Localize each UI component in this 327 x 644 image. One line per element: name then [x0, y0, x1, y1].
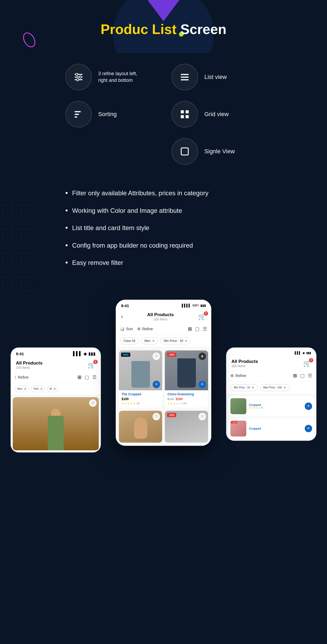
svg-rect-9 — [181, 74, 189, 75]
right-sort-filter-bar: ⚙ Refine ⊞ ▢ ☰ — [226, 370, 316, 382]
center-battery-icon: ▮▮▮ — [200, 304, 206, 307]
single-view-icon — [179, 146, 190, 157]
svg-rect-14 — [75, 116, 77, 117]
svg-rect-17 — [181, 115, 184, 118]
right-add-btn-1[interactable]: + — [305, 402, 312, 410]
bullet-3: • List title and card Item style — [65, 223, 262, 232]
center-phone-nav: ‹ All Products 100 Items 🛒 2 — [116, 310, 211, 323]
right-refine-icon: ⚙ — [230, 374, 234, 378]
shirt-shape — [131, 361, 150, 388]
left-refine-button[interactable]: 〈 Refine — [15, 375, 28, 379]
sale-badge: -20% — [167, 353, 176, 357]
center-wifi-icon: WiFi — [192, 304, 199, 307]
single-view-icon-circle[interactable] — [171, 138, 198, 165]
wishlist-btn-2[interactable]: ♥ — [199, 353, 206, 360]
product-prices-2: $130 $100 — [167, 397, 205, 401]
right-view-icons: ⊞ ▢ ☰ — [293, 373, 312, 379]
sliders-icon — [73, 72, 84, 82]
svg-rect-15 — [181, 110, 184, 113]
center-sort-filter-bar: 📊 Sort ⚙ Refine ⊞ ▢ ☰ — [116, 323, 211, 335]
center-filter-tags: Clear All Men ✕ Min Price : 30 ✕ — [116, 335, 211, 347]
single-view-label: Signle View — [204, 148, 235, 155]
left-tag-red[interactable]: Red ✕ — [31, 386, 45, 392]
add-cart-btn-2[interactable]: + — [199, 381, 206, 388]
left-grid-view-icon[interactable]: ⊞ — [78, 374, 81, 380]
right-product-thumb-2: -20% — [230, 421, 246, 437]
refine-icon: 〈 — [15, 375, 16, 379]
left-list-view-icon[interactable]: ☰ — [92, 374, 97, 380]
refine-label: 3 refine layout left,right and bottom — [98, 70, 137, 84]
right-product-card-2: -20% Cropped + — [228, 418, 314, 439]
right-list-view-icon[interactable]: ☰ — [308, 373, 312, 379]
wishlist-btn-4[interactable]: ♡ — [199, 413, 206, 420]
svg-rect-19 — [181, 148, 188, 155]
product-stars-1: ★ ★ ★ ★ ★ (8) — [122, 402, 160, 405]
right-add-btn-2[interactable]: + — [305, 425, 312, 432]
wifi-icon: ◆ — [84, 351, 87, 356]
add-cart-btn-1[interactable]: + — [153, 381, 160, 388]
signal-icon: ▌▌▌ — [73, 351, 82, 356]
right-product-row-1: Cropped ★★★★ ★ (8) + — [228, 396, 314, 416]
right-grid-view-icon[interactable]: ⊞ — [293, 373, 297, 379]
svg-rect-10 — [181, 77, 189, 78]
title-yellow: Produc List — [101, 22, 177, 37]
svg-rect-12 — [75, 111, 81, 112]
center-cart-badge: 2 — [204, 311, 208, 316]
bullet-5: • Easy remove filter — [65, 258, 262, 267]
wishlist-btn-3[interactable]: ♡ — [153, 413, 160, 420]
wishlist-btn-1[interactable]: ♡ — [153, 353, 160, 360]
right-single-view-icon[interactable]: ▢ — [300, 373, 305, 379]
right-min-price-close[interactable]: ✕ — [252, 386, 254, 389]
refine-button[interactable]: ⚙ Refine — [137, 327, 153, 331]
product-card-4: -20% ♡ — [165, 411, 208, 443]
right-filter-tags: Min Price : 10 ✕ Max Price : 100 ✕ — [226, 382, 316, 394]
refine-icon-circle[interactable] — [65, 64, 92, 90]
product-image-4: -20% ♡ — [165, 411, 208, 443]
new-badge: NEW — [121, 353, 130, 357]
center-phone: 9:41 ▌▌▌▌ WiFi ▮▮▮ ‹ All Products 100 It… — [116, 300, 211, 446]
right-refine-button[interactable]: ⚙ Refine — [230, 374, 246, 378]
product-prices-1: $100 — [122, 397, 160, 401]
right-cart-button[interactable]: 🛒 2 — [303, 360, 311, 367]
page-title: Produc List Screen — [0, 21, 327, 37]
left-view-icons: ⊞ ▢ ☰ — [78, 374, 97, 380]
men-tag-close[interactable]: ✕ — [152, 339, 155, 343]
product-image-2: -20% ♥ + — [165, 350, 208, 390]
feature-refine: 3 refine layout left,right and bottom — [65, 64, 156, 90]
right-max-price-tag[interactable]: Max Price : 100 ✕ — [260, 384, 289, 391]
product-image-1: NEW ♡ + — [119, 350, 162, 390]
cart-button[interactable]: 🛒 2 — [88, 361, 96, 369]
right-product-thumb-1 — [230, 398, 246, 414]
bullet-2: • Working with Color and Image attribute — [65, 206, 262, 215]
right-min-price-tag[interactable]: Min Price : 10 ✕ — [230, 384, 258, 391]
nav-title-block: All Products 100 Items — [147, 312, 174, 321]
page-header: Produc List Screen — [0, 0, 327, 53]
clear-all-tag[interactable]: Clear All — [120, 337, 139, 344]
left-single-view-icon[interactable]: ▢ — [85, 374, 89, 380]
grid-view-icon-circle[interactable] — [171, 101, 198, 128]
tag-close-men[interactable]: ✕ — [24, 387, 27, 391]
tag-close-red[interactable]: ✕ — [40, 387, 43, 391]
center-cart-button[interactable]: 🛒 2 — [198, 313, 206, 320]
left-tag-m[interactable]: M ✕ — [47, 386, 58, 392]
tag-close-m[interactable]: ✕ — [53, 387, 56, 391]
left-product-image — [13, 397, 99, 450]
left-tag-men[interactable]: Men ✕ — [15, 386, 29, 392]
left-wishlist-btn[interactable]: ♡ — [89, 399, 97, 407]
list-view-icon-circle[interactable] — [171, 64, 198, 90]
product-image-3: ♡ — [119, 411, 162, 443]
right-max-price-close[interactable]: ✕ — [283, 386, 286, 389]
min-price-tag[interactable]: Min Price : 30 ✕ — [160, 337, 191, 344]
back-button[interactable]: ‹ — [121, 313, 123, 320]
men-tag[interactable]: Men ✕ — [141, 337, 158, 344]
feature-grid-view: Grid view — [171, 101, 262, 128]
sort-button[interactable]: 📊 Sort — [120, 327, 133, 331]
min-price-tag-close[interactable]: ✕ — [185, 339, 187, 343]
right-products: Cropped ★★★★ ★ (8) + -20% — [226, 394, 316, 441]
center-grid-view-icon[interactable]: ⊞ — [188, 326, 192, 332]
left-product-card: ♡ — [13, 397, 99, 450]
sorting-icon-circle[interactable] — [65, 101, 92, 128]
center-list-view-icon[interactable]: ☰ — [203, 326, 207, 332]
center-single-view-icon[interactable]: ▢ — [195, 326, 200, 332]
left-sort-filter-bar: 〈 Refine ⊞ ▢ ☰ — [11, 372, 101, 383]
